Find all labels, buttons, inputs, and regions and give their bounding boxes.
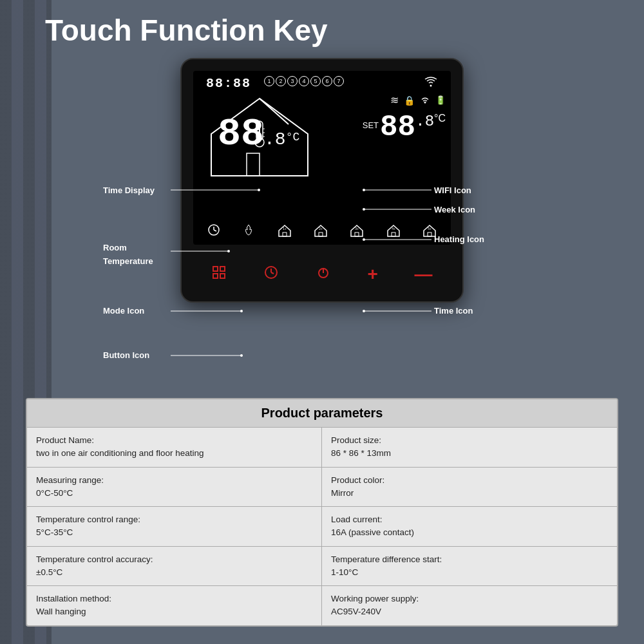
power-button[interactable] xyxy=(316,265,331,284)
params-title: Product parameters xyxy=(27,399,617,428)
clock-mode-icon[interactable] xyxy=(207,223,220,240)
time-display-label: Time Display xyxy=(103,184,155,196)
day-2[interactable]: 2 xyxy=(276,76,286,86)
svg-rect-32 xyxy=(220,274,225,278)
main-temperature-display: 88.8°C xyxy=(218,115,299,153)
svg-rect-29 xyxy=(213,267,218,271)
lock-icon: 🔒 xyxy=(404,95,415,106)
svg-text:3+: 3+ xyxy=(355,227,359,231)
set-temp-decimal: .8 xyxy=(415,113,434,130)
svg-rect-15 xyxy=(283,232,287,236)
heating-icon-label: Heating Icon xyxy=(434,233,484,245)
svg-rect-24 xyxy=(392,232,395,236)
param-cell-install: Installation method: Wall hanging xyxy=(27,586,322,625)
svg-point-43 xyxy=(240,310,243,312)
params-grid: Product Name: two in one air conditionin… xyxy=(27,428,617,625)
home2-mode-icon[interactable]: 2+ xyxy=(314,224,328,239)
page-title: Touch Function Key xyxy=(45,13,625,48)
wifi-icon-display xyxy=(424,76,438,90)
main-temp-unit: °C xyxy=(286,131,300,144)
param-cell-temp-control-range: Temperature control range: 5°C-35°C xyxy=(27,507,322,547)
mode-icon-label: Mode Icon xyxy=(103,305,144,316)
grid-button[interactable] xyxy=(211,265,227,284)
home3-mode-icon[interactable]: 3+ xyxy=(350,224,364,239)
plus-button[interactable]: + xyxy=(368,264,378,285)
svg-point-45 xyxy=(240,354,243,357)
param-cell-measuring-range: Measuring range: 0°C-50°C xyxy=(27,468,322,507)
home1-mode-icon[interactable]: 1+ xyxy=(278,224,292,239)
set-label: SET xyxy=(363,120,379,130)
day-indicators: 1 2 3 4 5 6 7 xyxy=(264,76,344,86)
svg-rect-4 xyxy=(247,153,260,176)
svg-text:4+: 4+ xyxy=(392,227,395,231)
svg-point-0 xyxy=(430,85,432,87)
product-params-section: Product parameters Product Name: two in … xyxy=(26,398,618,627)
svg-rect-30 xyxy=(220,267,225,271)
param-cell-product-name: Product Name: two in one air conditionin… xyxy=(27,428,322,468)
battery-icon: 🔋 xyxy=(435,95,446,105)
thermostat-device: 88:88 1 2 3 4 5 6 7 xyxy=(180,58,464,303)
svg-point-1 xyxy=(424,102,426,104)
param-cell-temp-diff: Temperature difference start: 1-10°C xyxy=(322,547,617,587)
button-icon-label: Button Icon xyxy=(103,349,149,361)
time-icon-label: Time Icon xyxy=(434,305,473,316)
day-4[interactable]: 4 xyxy=(299,76,309,86)
set-temp-unit: °C xyxy=(434,113,446,124)
day-6[interactable]: 6 xyxy=(322,76,332,86)
status-icons-row: ≋ 🔒 🔋 xyxy=(390,94,446,106)
button-row: + — xyxy=(193,258,451,291)
flame-mode-icon[interactable] xyxy=(242,223,255,240)
param-cell-load-current: Load current: 16A (passive contact) xyxy=(322,507,617,547)
device-section: 88:88 1 2 3 4 5 6 7 xyxy=(19,58,625,386)
minus-button[interactable]: — xyxy=(415,264,433,285)
svg-rect-27 xyxy=(428,232,431,236)
day-1[interactable]: 1 xyxy=(264,76,274,86)
main-temp-value: 88 xyxy=(218,112,264,156)
param-cell-product-size: Product size: 86 * 86 * 13mm xyxy=(322,428,617,468)
day-7[interactable]: 7 xyxy=(334,76,344,86)
day-3[interactable]: 3 xyxy=(287,76,298,86)
set-temperature-display: SET 88.8°C xyxy=(363,113,446,142)
svg-line-13 xyxy=(214,230,216,231)
svg-point-53 xyxy=(363,310,365,312)
home4-mode-icon[interactable]: 4+ xyxy=(386,224,401,239)
param-cell-power: Working power supply: AC95V-240V xyxy=(322,586,617,625)
heating-wavy-icon: ≋ xyxy=(390,94,399,106)
svg-line-35 xyxy=(271,272,274,274)
set-temp-value: 88 xyxy=(380,113,415,142)
param-cell-temp-accuracy: Temperature control accuracy: ±0.5°C xyxy=(27,547,322,587)
day-5[interactable]: 5 xyxy=(310,76,321,86)
room-temperature-label: RoomTemperature xyxy=(103,241,153,268)
wifi-icon-label: WIFI Icon xyxy=(434,184,471,196)
signal-icon xyxy=(420,95,430,106)
thermostat-screen: 88:88 1 2 3 4 5 6 7 xyxy=(193,71,451,245)
svg-text:5+: 5+ xyxy=(428,227,431,231)
main-temp-decimal: .8 xyxy=(264,129,286,149)
mode-icons-row: 1+ 2+ 3+ 4+ 5+ xyxy=(196,223,448,240)
svg-text:2+: 2+ xyxy=(319,227,323,231)
param-cell-product-color: Product color: Mirror xyxy=(322,468,617,507)
svg-rect-31 xyxy=(213,274,218,278)
svg-rect-18 xyxy=(319,232,323,236)
week-icon-label: Week Icon xyxy=(434,204,475,215)
svg-rect-21 xyxy=(355,232,359,236)
svg-text:1+: 1+ xyxy=(283,227,287,231)
clock-button[interactable] xyxy=(263,265,279,284)
